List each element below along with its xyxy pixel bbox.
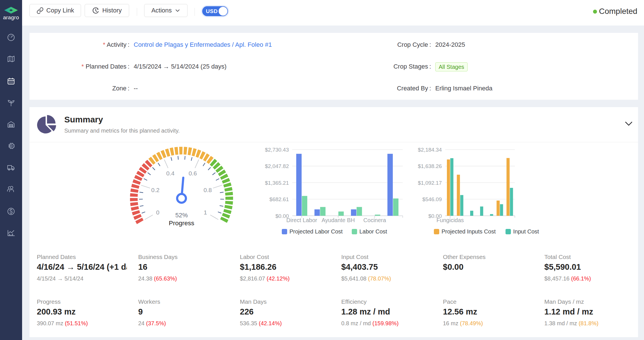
svg-text:Projected Labor Cost: Projected Labor Cost xyxy=(289,228,343,235)
svg-text:1: 1 xyxy=(204,209,207,216)
svg-text:$2,730.43: $2,730.43 xyxy=(265,147,289,153)
svg-text:Projected Inputs Cost: Projected Inputs Cost xyxy=(442,228,496,235)
svg-text:Input Cost: Input Cost xyxy=(513,228,539,235)
svg-text:$1,092.17: $1,092.17 xyxy=(418,180,442,186)
svg-text:$2,184.34: $2,184.34 xyxy=(418,147,442,153)
svg-text:$682.61: $682.61 xyxy=(269,196,289,202)
svg-text:0: 0 xyxy=(156,209,159,216)
svg-text:$1,638.26: $1,638.26 xyxy=(418,163,442,169)
svg-text:$2,047.82: $2,047.82 xyxy=(265,163,289,169)
svg-text:Ayudante BH: Ayudante BH xyxy=(322,217,355,223)
svg-text:0.4: 0.4 xyxy=(166,170,175,177)
svg-text:Progress: Progress xyxy=(169,220,194,227)
svg-text:Direct Labor: Direct Labor xyxy=(286,217,317,223)
svg-text:0.8: 0.8 xyxy=(204,187,212,193)
svg-text:Labor Cost: Labor Cost xyxy=(359,228,387,235)
svg-text:0.6: 0.6 xyxy=(189,170,197,177)
svg-text:Cocinera: Cocinera xyxy=(363,217,386,223)
svg-text:Fungicidas: Fungicidas xyxy=(436,217,464,223)
svg-text:52%: 52% xyxy=(175,212,188,219)
svg-text:$546.09: $546.09 xyxy=(422,196,442,202)
svg-text:0.2: 0.2 xyxy=(151,187,159,193)
svg-text:$1,365.21: $1,365.21 xyxy=(265,180,289,186)
